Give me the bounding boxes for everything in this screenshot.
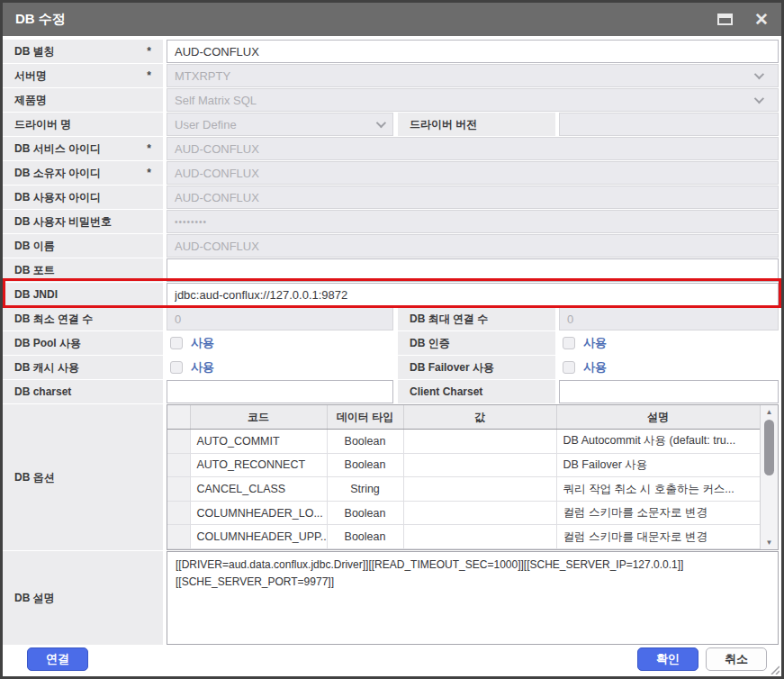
product-name-label: 제품명 — [3, 88, 163, 112]
db-user-password-label: DB 사용자 비밀번호 — [3, 210, 163, 233]
cell-value[interactable] — [403, 525, 556, 549]
row-selector[interactable] — [167, 525, 190, 549]
dialog-title: DB 수정 — [15, 11, 66, 28]
db-alias-input[interactable] — [167, 40, 779, 63]
table-row[interactable]: CANCEL_CLASS String 쿼리 작업 취소 시 호출하는 커스..… — [167, 477, 760, 502]
chevron-down-icon — [754, 94, 764, 104]
cell-desc[interactable]: 컬럼 스키마를 대문자로 변경 — [556, 525, 760, 549]
scrollbar-thumb[interactable] — [764, 420, 774, 475]
form-area: DB 별칭 * 서버명 * MTXRPTY 제품명 Self Matrix SQ… — [3, 36, 781, 645]
dialog-titlebar: DB 수정 ✕ — [3, 3, 781, 36]
row-server-name: 서버명 * MTXRPTY — [3, 64, 779, 87]
driver-version-label: 드라이버 버전 — [398, 113, 555, 136]
cell-type[interactable]: Boolean — [327, 453, 403, 477]
row-selector[interactable] — [167, 453, 190, 477]
options-header-row: 코드 데이터 타입 값 설명 — [167, 405, 760, 430]
db-failover-checkbox[interactable] — [563, 361, 575, 374]
server-name-label: 서버명 * — [3, 64, 163, 87]
server-name-select: MTXRPTY — [167, 64, 779, 87]
row-db-alias: DB 별칭 * — [3, 40, 779, 63]
cell-type[interactable]: Boolean — [327, 501, 403, 525]
client-charset-input[interactable] — [559, 380, 779, 403]
db-cache-checkbox[interactable] — [170, 361, 183, 374]
db-options-table: 코드 데이터 타입 값 설명 AUTO_COMMIT Boolean DB Au… — [167, 404, 779, 550]
row-product-name: 제품명 Self Matrix SQL — [3, 88, 779, 112]
db-min-conn-label: DB 최소 연결 수 — [3, 307, 163, 330]
db-jndi-input[interactable] — [167, 283, 779, 306]
required-mark: * — [147, 45, 151, 58]
db-port-label: DB 포트 — [3, 258, 163, 282]
table-vertical-scrollbar[interactable]: ▲ ▼ — [760, 405, 778, 549]
db-auth-checkbox[interactable] — [563, 337, 575, 349]
db-user-password-input: •••••••• — [167, 210, 779, 233]
cell-type[interactable]: Boolean — [327, 525, 403, 549]
db-alias-label: DB 별칭 * — [3, 40, 163, 63]
cell-code[interactable]: COLUMNHEADER_UPP... — [190, 525, 327, 549]
table-row[interactable]: COLUMNHEADER_LO... Boolean 컬럼 스키마를 소문자로 … — [167, 501, 760, 525]
cell-code[interactable]: CANCEL_CLASS — [190, 477, 327, 502]
db-service-id-label: DB 서비스 아이디 * — [3, 137, 163, 160]
table-row[interactable]: COLUMNHEADER_UPP... Boolean 컬럼 스키마를 대문자로… — [167, 525, 760, 549]
db-options-label: DB 옵션 — [3, 404, 163, 550]
chevron-down-icon — [376, 118, 386, 128]
db-port-input[interactable] — [167, 258, 779, 282]
db-auth-checkbox-area: 사용 — [559, 331, 779, 355]
table-row[interactable]: AUTO_RECONNECT Boolean DB Failover 사용 — [167, 453, 760, 477]
scroll-down-icon[interactable]: ▼ — [766, 536, 773, 549]
col-header-type: 데이터 타입 — [327, 405, 403, 430]
db-user-id-input: AUD-CONFLUX — [167, 186, 779, 209]
cell-value[interactable] — [403, 453, 556, 477]
cell-value[interactable] — [403, 501, 556, 525]
row-selector[interactable] — [167, 477, 190, 502]
connect-button[interactable]: 연결 — [27, 647, 88, 671]
db-pool-checkbox[interactable] — [170, 337, 183, 349]
cell-desc[interactable]: 컬럼 스키마를 소문자로 변경 — [556, 501, 760, 525]
dialog-footer: 연결 확인 취소 — [3, 646, 781, 676]
db-charset-label: DB charset — [3, 380, 163, 403]
row-cache-failover: DB 캐시 사용 사용 DB Failover 사용 사용 — [3, 356, 779, 379]
row-selector[interactable] — [167, 430, 190, 454]
cell-desc[interactable]: DB Failover 사용 — [556, 453, 760, 477]
db-cache-checkbox-area: 사용 — [167, 356, 393, 379]
col-header-code: 코드 — [190, 405, 327, 430]
resize-grip[interactable] — [769, 664, 779, 674]
row-selector[interactable] — [167, 501, 190, 525]
row-selector-header — [167, 405, 190, 430]
table-row[interactable]: AUTO_COMMIT Boolean DB Autocommit 사용 (de… — [167, 430, 760, 454]
scroll-up-icon[interactable]: ▲ — [766, 405, 773, 419]
cell-code[interactable]: AUTO_RECONNECT — [190, 453, 327, 477]
cancel-button[interactable]: 취소 — [706, 647, 767, 671]
db-description-textarea[interactable]: [[DRIVER=aud.data.conflux.jdbc.Driver]][… — [167, 551, 779, 645]
row-db-jndi: DB JNDI — [3, 283, 779, 306]
db-max-conn-label: DB 최대 연결 수 — [398, 307, 555, 330]
db-name-label: DB 이름 — [3, 234, 163, 258]
client-charset-label: Client Charset — [398, 380, 555, 403]
driver-name-label: 드라이버 명 — [3, 113, 163, 136]
cell-desc[interactable]: DB Autocommit 사용 (default: tru... — [556, 430, 760, 454]
db-description-label: DB 설명 — [3, 551, 163, 645]
row-db-options: DB 옵션 코드 데이터 타입 값 설명 AUTO_COMMIT Bo — [3, 404, 779, 550]
row-db-service-id: DB 서비스 아이디 * AUD-CONFLUX — [3, 137, 779, 160]
product-name-select: Self Matrix SQL — [167, 88, 779, 112]
row-db-port: DB 포트 — [3, 258, 779, 282]
row-charset: DB charset Client Charset — [3, 380, 779, 403]
cell-desc[interactable]: 쿼리 작업 취소 시 호출하는 커스... — [556, 477, 760, 502]
driver-version-input — [559, 113, 779, 136]
close-icon[interactable]: ✕ — [754, 11, 769, 28]
cell-value[interactable] — [403, 477, 556, 502]
maximize-icon[interactable] — [717, 14, 733, 25]
row-db-description: DB 설명 [[DRIVER=aud.data.conflux.jdbc.Dri… — [3, 551, 779, 645]
row-db-user-id: DB 사용자 아이디 AUD-CONFLUX — [3, 186, 779, 209]
cell-value[interactable] — [403, 430, 556, 454]
row-pool-auth: DB Pool 사용 사용 DB 인증 사용 — [3, 331, 779, 355]
cell-type[interactable]: String — [327, 477, 403, 502]
db-user-id-label: DB 사용자 아이디 — [3, 186, 163, 209]
cell-code[interactable]: COLUMNHEADER_LO... — [190, 501, 327, 525]
db-owner-id-label: DB 소유자 아이디 * — [3, 161, 163, 185]
db-failover-label: DB Failover 사용 — [398, 356, 555, 379]
ok-button[interactable]: 확인 — [637, 647, 698, 671]
db-edit-dialog: DB 수정 ✕ DB 별칭 * 서버명 * MTXRPTY — [0, 0, 784, 679]
db-charset-input[interactable] — [167, 380, 393, 403]
cell-type[interactable]: Boolean — [327, 430, 403, 454]
cell-code[interactable]: AUTO_COMMIT — [190, 430, 327, 454]
